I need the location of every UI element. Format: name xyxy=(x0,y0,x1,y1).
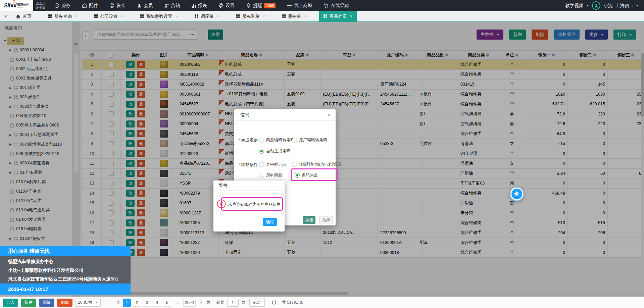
product-thumbnail[interactable] xyxy=(160,229,168,237)
close-tab-icon[interactable]: × xyxy=(75,14,78,19)
row-checkbox[interactable] xyxy=(109,220,114,225)
tab-首页[interactable]: 首页 xyxy=(11,11,36,21)
column-header-商品名称[interactable]: 商品名称 xyxy=(219,51,285,59)
nav-menu-cart[interactable]: 在线采购 xyxy=(324,3,349,9)
row-checkbox[interactable] xyxy=(109,161,114,166)
column-header-商品品质[interactable]: 商品品质 xyxy=(417,51,458,59)
prev-page-button[interactable]: 上一页 xyxy=(108,300,120,305)
nav-menu-marketing[interactable]: 营销 xyxy=(164,3,180,9)
row-delete-button[interactable]: 删 xyxy=(137,229,145,236)
row-checkbox[interactable] xyxy=(109,62,114,67)
row-edit-button[interactable]: 改 xyxy=(126,130,135,137)
row-edit-button[interactable]: 改 xyxy=(126,180,135,187)
table-row[interactable]: 7改删00900004特NBL自建商品原厂空气滤清器套72.622023 xyxy=(82,119,644,129)
column-header-车型[interactable]: 车型 xyxy=(320,51,378,59)
row-delete-button[interactable]: 删 xyxy=(137,130,145,137)
row-edit-button[interactable]: 改 xyxy=(126,140,135,147)
row-checkbox[interactable] xyxy=(109,72,114,77)
radio-all-products[interactable]: 所有商品 xyxy=(259,172,282,178)
page-size-select[interactable]: 20 条/页 xyxy=(75,299,101,307)
vertical-scrollbar[interactable] xyxy=(641,50,644,292)
product-thumbnail[interactable] xyxy=(160,100,168,108)
row-checkbox[interactable] xyxy=(109,92,114,97)
tree-item-006:门店/总部测试类[interactable]: ▶006:门店/总部测试类 xyxy=(0,130,72,140)
goto-page-input[interactable] xyxy=(227,299,239,307)
row-checkbox[interactable] xyxy=(109,102,114,107)
next-page-button[interactable]: 下一页 xyxy=(198,300,210,305)
radio-empty-barcode[interactable]: 条码为空 xyxy=(295,172,318,178)
row-edit-button[interactable]: 改 xyxy=(126,71,135,78)
tree-item-013:04电气通用类[interactable]: 013:04电气通用类 xyxy=(0,206,72,215)
row-delete-button[interactable]: 删 xyxy=(137,170,145,177)
tree-item-01:自有品牌[interactable]: ▶01:自有品牌 xyxy=(0,168,72,177)
row-delete-button[interactable]: 删 xyxy=(137,140,145,147)
table-row[interactable]: 18改删*8000113712油污清洗剂2122013款 2.4L CV...2… xyxy=(82,228,644,238)
page-button-4[interactable]: 4 xyxy=(153,299,161,307)
tree-item-002:易损件[interactable]: ▶002:易损件 xyxy=(0,93,72,102)
tab-服务单[interactable]: 服务单× xyxy=(278,11,311,21)
close-tab-icon[interactable]: × xyxy=(262,14,265,19)
column-header-单位[interactable]: 单位 xyxy=(499,51,525,59)
table-row[interactable]: 19改删*80001237冷媒五菱121201300001A配套综合维修类个00 xyxy=(82,238,644,248)
column-header-商品编码[interactable]: 商品编码 xyxy=(177,51,219,59)
row-delete-button[interactable]: 删 xyxy=(137,249,145,256)
sort-icon[interactable] xyxy=(405,53,408,57)
row-checkbox[interactable] xyxy=(109,121,114,126)
page-button-5[interactable]: 5 xyxy=(163,299,171,307)
tree-item-0002:油品化学品[interactable]: 0002:油品化学品 xyxy=(0,64,72,73)
row-edit-button[interactable]: 改 xyxy=(126,150,135,157)
column-header-销价二[interactable]: 销价二 xyxy=(568,51,608,59)
search-input[interactable] xyxy=(94,30,188,40)
row-checkbox[interactable] xyxy=(109,111,114,116)
product-thumbnail[interactable] xyxy=(160,71,168,78)
table-row[interactable]: 1改删003000663特电机总成卫客综合维修类个00 xyxy=(82,60,644,70)
row-checkbox[interactable] xyxy=(109,210,114,215)
table-row[interactable]: 13改删YSSP特演示商品车门&车窗03扇00 xyxy=(82,178,644,189)
主数据-button[interactable]: 主数据 xyxy=(477,30,503,40)
sort-icon[interactable] xyxy=(515,53,518,57)
sidebar-collapse-button[interactable]: ‹ xyxy=(82,31,88,40)
nav-menu-member[interactable]: 会员 xyxy=(137,3,153,9)
close-all-tabs-button[interactable]: × xyxy=(0,11,11,21)
sort-icon[interactable] xyxy=(353,53,355,57)
select-all-checkbox[interactable] xyxy=(109,53,114,58)
table-row[interactable]: 3改删M031400002特选择器新增商品1114原厂编码0224031415个… xyxy=(82,80,644,90)
product-thumbnail[interactable] xyxy=(160,239,168,246)
row-edit-button[interactable]: 改 xyxy=(126,200,135,207)
sort-icon[interactable] xyxy=(631,53,634,57)
tab-服务查询[interactable]: 服务查询× xyxy=(44,11,82,21)
product-thumbnail[interactable] xyxy=(160,61,168,68)
tree-item-00001:00004[interactable]: ▶00001:00004 xyxy=(0,45,72,55)
goto-confirm-button[interactable]: 确定 xyxy=(249,299,265,307)
row-delete-button[interactable]: 删 xyxy=(137,61,145,68)
tree-item-0003:维修保养工具[interactable]: 0003:维修保养工具 xyxy=(0,73,72,83)
row-edit-button[interactable]: 改 xyxy=(126,239,135,246)
table-row[interactable]: 4改删003000661特（0109复制新增）电机...五菱0109(EU)(E… xyxy=(82,90,644,100)
table-row[interactable]: 20改删*80001320卡扣固定五菱00300018综合维修类个00 xyxy=(82,248,644,258)
sort-icon[interactable] xyxy=(206,53,208,57)
row-edit-button[interactable]: 改 xyxy=(126,229,135,236)
table-row[interactable]: 12改删01541特前刹车片润滑油个3.84506 xyxy=(82,169,644,179)
page-button-2[interactable]: 2 xyxy=(133,299,141,307)
table-row[interactable]: 17改删*80001055编辑导出综合维修类个510515 xyxy=(82,218,644,228)
row-checkbox[interactable] xyxy=(109,131,114,136)
table-row[interactable]: 15改删01607特前刹车片润滑油套00 xyxy=(82,198,644,208)
tree-item-003:综合维修类[interactable]: ▶003:综合维修类 xyxy=(0,102,72,111)
row-edit-button[interactable]: 改 xyxy=(126,101,135,108)
product-thumbnail[interactable] xyxy=(160,190,168,197)
table-row[interactable]: 11改删商品编码07120...特商品名称07120润滑油支00 xyxy=(82,159,644,169)
row-delete-button[interactable]: 删 xyxy=(137,110,145,117)
column-header-商品分类[interactable]: 商品分类 xyxy=(458,51,499,59)
row-checkbox[interactable] xyxy=(109,191,114,196)
更多-button[interactable]: 更多 xyxy=(585,30,608,40)
page-button-2590[interactable]: 2590 xyxy=(183,299,196,307)
delete-button[interactable]: 删除 xyxy=(57,299,72,307)
chevron-right-icon[interactable]: ▶ xyxy=(9,237,13,240)
row-edit-button[interactable]: 改 xyxy=(126,120,135,127)
nav-menu-service[interactable]: 服务 xyxy=(54,3,70,9)
tab-公司设置[interactable]: 公司设置× xyxy=(90,11,128,21)
product-thumbnail[interactable] xyxy=(160,199,168,207)
sort-icon[interactable] xyxy=(445,53,448,57)
table-row[interactable]: 10改删01200013特新增商品04传动类个00 xyxy=(82,149,644,159)
product-thumbnail[interactable] xyxy=(160,209,168,217)
